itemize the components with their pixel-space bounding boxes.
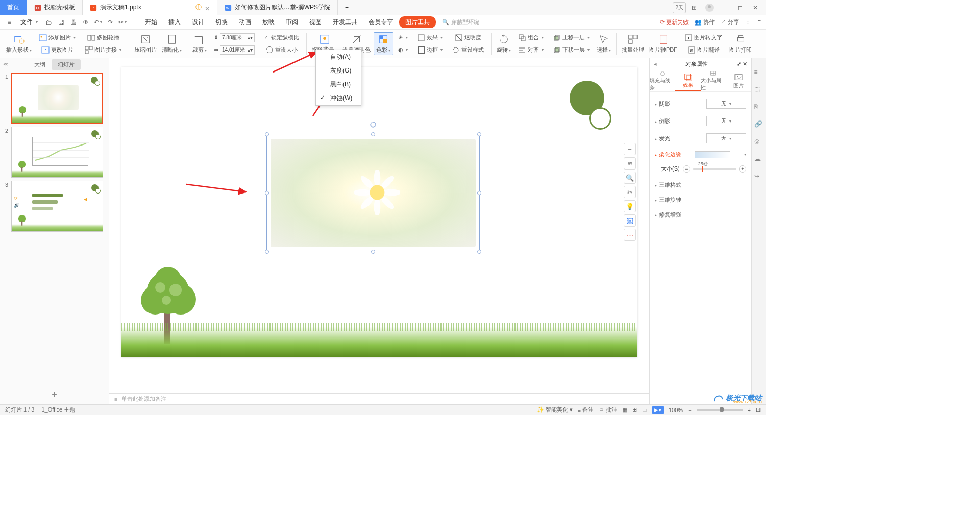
batch-button[interactable]: 批量处理 xyxy=(620,33,646,55)
resize-handle[interactable] xyxy=(371,250,375,254)
notes-button[interactable]: ≡备注 xyxy=(578,406,594,414)
resize-handle[interactable] xyxy=(477,132,481,136)
translate-button[interactable]: 译图片翻译 xyxy=(687,44,721,56)
tab-templates[interactable]: D 找稻壳模板 xyxy=(27,0,83,15)
add-image-button[interactable]: 添加图片▾ xyxy=(38,32,77,43)
prop-glow[interactable]: ▸发光无▾ xyxy=(655,130,746,147)
contrast-button[interactable]: ◐▾ xyxy=(397,44,409,56)
border-button[interactable]: 边框▾ xyxy=(416,44,444,56)
combine-button[interactable]: 组合▾ xyxy=(517,32,545,43)
add-slide-button[interactable]: + xyxy=(0,385,109,404)
width-input[interactable]: ⇔ 14.01厘米▴▾ xyxy=(213,44,256,56)
tab-image-tools[interactable]: 图片工具 xyxy=(399,16,436,28)
dropdown-grayscale[interactable]: 灰度(G) xyxy=(316,64,361,78)
new-tab-button[interactable]: + xyxy=(338,0,356,15)
tab-animation[interactable]: 动画 xyxy=(234,16,256,29)
selection-box[interactable] xyxy=(266,134,480,252)
trial-badge[interactable]: 2天 xyxy=(673,2,686,13)
slide-thumb-2[interactable] xyxy=(11,127,103,178)
glow-select[interactable]: 无▾ xyxy=(706,133,746,143)
tab-help[interactable]: W 如何修改图片默认…堂-源WPS学院 xyxy=(217,0,338,15)
shadow-select[interactable]: 无▾ xyxy=(706,99,746,109)
size-increase[interactable]: + xyxy=(739,165,746,173)
pin-icon[interactable]: ⤢ xyxy=(737,61,741,67)
close-window-button[interactable]: ✕ xyxy=(748,2,763,13)
tab-review[interactable]: 审阅 xyxy=(281,16,303,29)
align-button[interactable]: 对齐▾ xyxy=(517,44,545,56)
brightness-button[interactable]: ☀▾ xyxy=(397,32,409,43)
slide-thumb-3[interactable]: ⟳ 🔊 ◀ xyxy=(11,181,103,232)
collapse-panel-button[interactable]: ≪ xyxy=(3,61,8,67)
image-mosaic-button[interactable]: 图片拼接▾ xyxy=(84,44,122,56)
fit-button[interactable]: ⊡ xyxy=(756,406,761,413)
tab-member[interactable]: 会员专享 xyxy=(363,16,398,29)
tab-current-doc[interactable]: P 演示文稿1.pptx ⓘ ✕ xyxy=(83,0,217,15)
prop-3d-format[interactable]: ▸三维格式 xyxy=(655,178,746,192)
props-tab-image[interactable]: 图片 xyxy=(726,70,751,91)
rail-clip-icon[interactable]: ⎘ xyxy=(754,103,764,112)
tab-slideshow[interactable]: 放映 xyxy=(257,16,280,29)
hamburger-icon[interactable]: ≡ xyxy=(4,17,14,28)
to-pdf-button[interactable]: 图片转PDF xyxy=(647,33,679,55)
tab-home[interactable]: 首页 xyxy=(0,0,27,15)
convert-btn[interactable]: 🖼 xyxy=(624,214,636,227)
close-props[interactable]: ✕ xyxy=(743,61,747,67)
tab-developer[interactable]: 开发工具 xyxy=(328,16,362,29)
user-avatar[interactable] xyxy=(702,2,717,13)
update-status[interactable]: ⟳ 更新失败 xyxy=(660,18,689,26)
zoom-out-btn[interactable]: − xyxy=(624,143,636,155)
rail-export-icon[interactable]: ↪ xyxy=(754,173,764,182)
change-image-button[interactable]: 更改图片 xyxy=(40,44,75,56)
slides-tab[interactable]: 幻灯片 xyxy=(52,59,81,70)
view-sorter[interactable]: ⊞ xyxy=(632,406,637,413)
search-input[interactable]: 🔍 穿越型环绕 xyxy=(442,18,479,26)
file-menu[interactable]: 文件▾ xyxy=(16,17,42,28)
idea-btn[interactable]: 💡 xyxy=(624,200,636,212)
reflection-select[interactable]: 无▾ xyxy=(706,116,746,126)
select-button[interactable]: 选择▾ xyxy=(595,33,613,55)
apps-icon[interactable]: ⊞ xyxy=(687,2,701,13)
notes-pane[interactable]: ≡ 单击此处添加备注 xyxy=(109,393,649,404)
rail-link-icon[interactable]: 🔗 xyxy=(754,120,764,130)
minimize-button[interactable]: — xyxy=(718,2,732,13)
resize-handle[interactable] xyxy=(265,132,269,136)
more-menu[interactable]: ⋮ xyxy=(745,19,751,26)
preview-icon[interactable]: 👁 xyxy=(81,17,91,28)
slide-canvas[interactable]: − ≋ 🔍 ✂ 💡 🖼 ⋯ xyxy=(121,67,637,357)
coop-button[interactable]: 👥 协作 xyxy=(695,18,715,26)
compress-button[interactable]: 压缩图片 xyxy=(132,33,159,55)
prop-softedge[interactable]: ▴柔化边缘▾ xyxy=(655,147,746,162)
slideshow-button[interactable]: ▶ ▾ xyxy=(652,406,664,414)
rotate-handle[interactable] xyxy=(370,121,377,128)
to-text-button[interactable]: T图片转文字 xyxy=(683,32,723,43)
more-btn[interactable]: ⋯ xyxy=(624,229,636,241)
view-reading[interactable]: ▭ xyxy=(642,406,647,413)
print-icon[interactable]: 🖶 xyxy=(68,17,79,28)
beautify-button[interactable]: ✨智能美化 ▾ xyxy=(537,406,573,414)
crop-btn[interactable]: ✂ xyxy=(624,186,636,198)
rail-select-icon[interactable]: ⬚ xyxy=(754,86,764,95)
collapse-ribbon[interactable]: ⌃ xyxy=(757,19,762,26)
open-icon[interactable]: 🗁 xyxy=(44,17,54,28)
resize-handle[interactable] xyxy=(371,132,375,136)
transparency-button[interactable]: 透明度 xyxy=(454,32,482,43)
effects-button[interactable]: 效果▾ xyxy=(416,32,444,43)
dropdown-washout[interactable]: 冲蚀(W) xyxy=(316,91,361,105)
prop-3d-rotate[interactable]: ▸三维旋转 xyxy=(655,192,746,207)
comments-button[interactable]: 🏳批注 xyxy=(599,406,617,414)
resize-handle[interactable] xyxy=(477,191,481,195)
size-slider[interactable]: 25磅 xyxy=(693,168,736,170)
tab-insert[interactable]: 插入 xyxy=(163,16,186,29)
close-icon[interactable]: ✕ xyxy=(205,5,210,10)
scissors-icon[interactable]: ✂▾ xyxy=(117,17,128,28)
save-icon[interactable]: 🖫 xyxy=(56,17,66,28)
zoom-in[interactable]: + xyxy=(748,407,751,413)
props-tab-size[interactable]: 大小与属性 xyxy=(701,70,726,91)
size-decrease[interactable]: − xyxy=(683,165,690,173)
color-button[interactable]: 色彩▾ xyxy=(374,32,393,55)
tab-design[interactable]: 设计 xyxy=(187,16,209,29)
prop-shadow[interactable]: ▸阴影无▾ xyxy=(655,95,746,112)
sharpen-button[interactable]: 清晰化▾ xyxy=(160,33,184,55)
rail-target-icon[interactable]: ◎ xyxy=(754,138,764,147)
multi-outline-button[interactable]: 多图轮播 xyxy=(86,32,120,43)
